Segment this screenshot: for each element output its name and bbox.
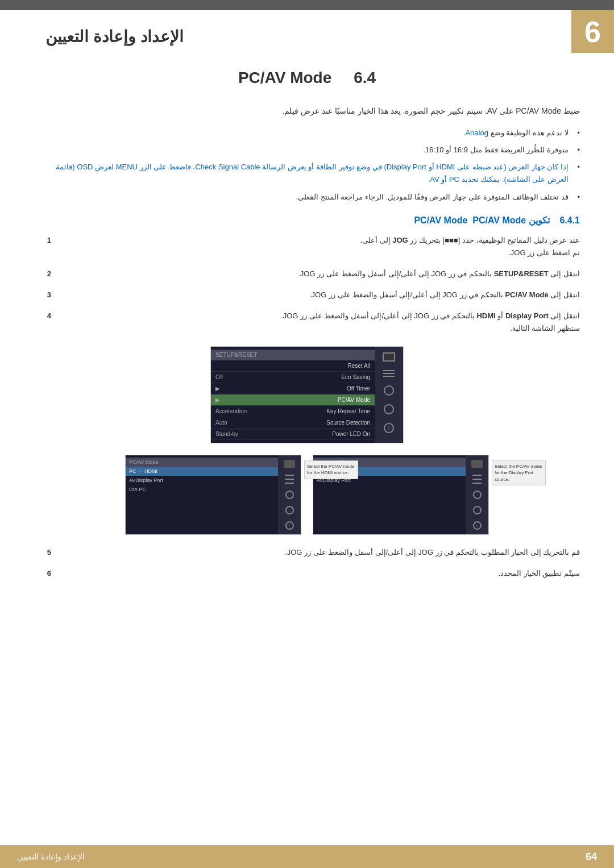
arrow-icon-sm bbox=[473, 491, 482, 499]
right-panel-hdmi: HDMI ✓ PC bbox=[126, 467, 278, 476]
menu-items: SETUP&RESET Reset All Eco Saving Off Off… bbox=[211, 347, 375, 443]
info-icon: i bbox=[384, 423, 394, 433]
menu-row-timer: Off Timer ▶ bbox=[211, 383, 375, 394]
tv-icon-sm2 bbox=[284, 460, 295, 468]
chapter-title: الإعداد وإعادة التعيين bbox=[0, 27, 206, 46]
lines-icon-sm2 bbox=[285, 475, 294, 484]
bullet-list: لا تدعم هذه الوظيفة وضع Analog. متوفرة ل… bbox=[34, 127, 580, 203]
left-panel-note: Select the PC/AV mode for the Display Po… bbox=[492, 460, 546, 485]
right-panel-wrapper: i PC/AV Mode HDMI ✓ PC Display Port AV D… bbox=[125, 455, 301, 535]
menu-window: i SETUP&RESET Reset All Eco Saving Off O… bbox=[210, 346, 404, 443]
step-6: سيتّم تطبيق الخيار المحدد. 6 bbox=[34, 567, 580, 580]
menu-row-eco: Eco Saving Off bbox=[211, 372, 375, 383]
right-panel-dvi: DVI PC bbox=[126, 485, 278, 494]
steps-list-2: قم بالتحريك إلى الخيار المطلوب بالتحكم ف… bbox=[34, 546, 580, 580]
right-panel: i PC/AV Mode HDMI ✓ PC Display Port AV D… bbox=[125, 455, 301, 535]
tv-icon-sm bbox=[471, 460, 483, 468]
menu-row-pcav: PC/AV Mode ▶ bbox=[211, 394, 375, 406]
gear-icon-sm bbox=[473, 506, 482, 514]
panel-screenshots-row: i PC/AV Mode HDMI ✓ PC Display Port AV S… bbox=[34, 455, 580, 535]
bullet-item: قد تختلف الوظائف المتوفرة على جهاز العرض… bbox=[34, 191, 580, 203]
section-title-text: PC/AV Mode 6.4 bbox=[238, 69, 376, 86]
gear-icon bbox=[384, 404, 394, 414]
menu-title: SETUP&RESET bbox=[211, 350, 375, 360]
bullet-item: إذا كان جهاز العرض (عند ضبطه على HDMI أو… bbox=[34, 161, 580, 186]
section-title: PC/AV Mode 6.4 bbox=[0, 69, 614, 87]
right-panel-title: PC/AV Mode bbox=[126, 458, 278, 467]
steps-list: عند عرض دليل المفاتيح الوظيفية، حدد [■■■… bbox=[34, 234, 580, 335]
intro-text: ضبط PC/AV Mode على AV. سيتم تكبير حجم ال… bbox=[34, 104, 580, 118]
page-footer: 64 الإعداد وإعادة التعيين bbox=[0, 845, 614, 868]
subsection-title: 6.4.1 تكوين PC/AV Mode PC/AV Mode bbox=[34, 215, 580, 226]
main-content: ضبط PC/AV Mode على AV. سيتم تكبير حجم ال… bbox=[0, 104, 614, 580]
menu-sidebar: i bbox=[375, 347, 403, 443]
menu-row-source: Source Detection Auto bbox=[211, 417, 375, 429]
gear-icon-sm2 bbox=[285, 506, 294, 514]
lines-icon bbox=[383, 370, 395, 377]
step-2: انتقل إلى SETUP&RESET بالتحكم في زر JOG … bbox=[34, 268, 580, 280]
chapter-header: الإعداد وإعادة التعيين 6 bbox=[0, 10, 614, 46]
info-icon-sm2: i bbox=[285, 521, 294, 530]
step-1: عند عرض دليل المفاتيح الوظيفية، حدد [■■■… bbox=[34, 234, 580, 259]
step-3: انتقل إلى PC/AV Mode بالتحكم في زر JOG إ… bbox=[34, 289, 580, 301]
right-panel-note: Select the PC/AV mode for the HDMI sourc… bbox=[304, 460, 358, 479]
tv-icon bbox=[383, 352, 395, 362]
left-panel-sidebar: i bbox=[466, 455, 488, 534]
page-number: 64 bbox=[586, 851, 597, 863]
main-menu-screenshot: i SETUP&RESET Reset All Eco Saving Off O… bbox=[34, 346, 580, 443]
bullet-item: متوفرة للطُرز العريضة فقط مثل 16:9 أو 16… bbox=[34, 144, 580, 156]
arrow-icon-sm2 bbox=[285, 491, 294, 499]
arrow-circle-icon bbox=[384, 385, 394, 396]
right-panel-displayport: Display Port AV bbox=[126, 476, 278, 485]
chapter-number-box: 6 bbox=[571, 10, 614, 53]
menu-row-led: Power LED On Stand-by bbox=[211, 429, 375, 440]
step-5: قم بالتحريك إلى الخيار المطلوب بالتحكم ف… bbox=[34, 546, 580, 559]
step-4: انتقل إلى Display Port أو HDMI بالتحكم ف… bbox=[34, 310, 580, 335]
info-icon-sm: i bbox=[473, 521, 482, 530]
lines-icon-sm bbox=[472, 475, 482, 484]
right-panel-sidebar: i bbox=[278, 455, 301, 534]
chapter-number: 6 bbox=[584, 15, 601, 49]
header-bar bbox=[0, 0, 614, 10]
bullet-item: لا تدعم هذه الوظيفة وضع Analog. bbox=[34, 127, 580, 139]
right-panel-content: PC/AV Mode HDMI ✓ PC Display Port AV DVI… bbox=[126, 455, 278, 534]
menu-row-reset: Reset All bbox=[211, 360, 375, 372]
menu-row-key: Key Repeat Time Acceleration bbox=[211, 406, 375, 417]
footer-text: الإعداد وإعادة التعيين bbox=[17, 852, 85, 861]
